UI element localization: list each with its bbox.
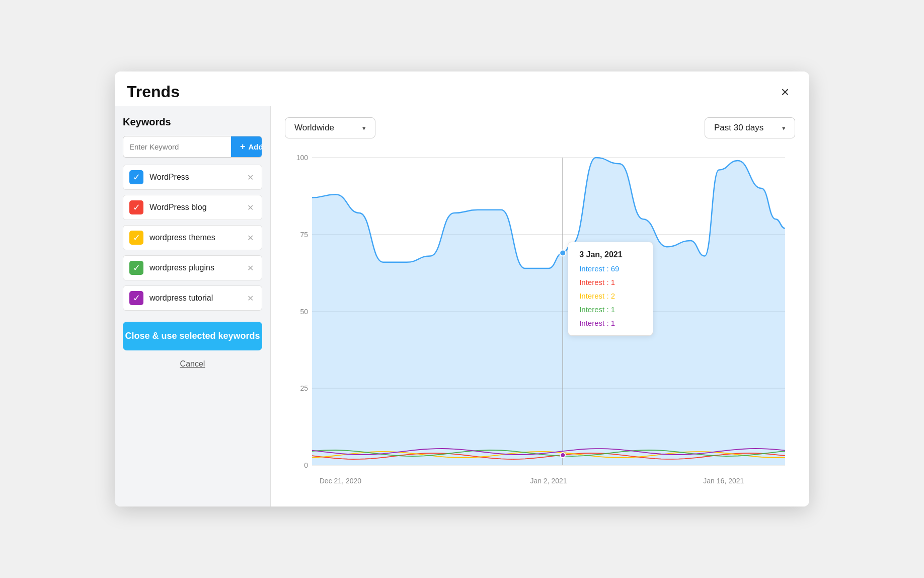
location-dropdown-arrow: ▾: [362, 124, 366, 132]
plus-icon: +: [240, 141, 246, 152]
svg-text:Jan 16, 2021: Jan 16, 2021: [703, 477, 744, 485]
sidebar: Keywords + Add ✓ WordPress ✕ ✓ WordPress…: [115, 106, 271, 507]
keyword-label: WordPress: [149, 173, 189, 182]
time-value: Past 30 days: [714, 123, 763, 133]
keyword-checkbox[interactable]: ✓: [129, 231, 143, 245]
time-dropdown[interactable]: Past 30 days ▾: [705, 117, 795, 138]
keyword-remove-button[interactable]: ✕: [245, 172, 256, 183]
svg-point-11: [560, 250, 566, 256]
modal-header: Trends ×: [115, 71, 809, 106]
keyword-item: ✓ wordpress themes ✕: [123, 225, 262, 250]
keyword-item: ✓ WordPress ✕: [123, 165, 262, 190]
keyword-left: ✓ wordpress themes: [129, 231, 215, 245]
keyword-remove-button[interactable]: ✕: [245, 232, 256, 244]
location-dropdown[interactable]: Worldwide ▾: [285, 117, 375, 138]
modal-body: Keywords + Add ✓ WordPress ✕ ✓ WordPress…: [115, 106, 809, 507]
chart-area: Worldwide ▾ Past 30 days ▾ 1007550250Dec…: [271, 106, 809, 507]
keyword-list: ✓ WordPress ✕ ✓ WordPress blog ✕ ✓ wordp…: [123, 165, 262, 311]
svg-text:75: 75: [300, 231, 308, 239]
keyword-item: ✓ wordpress plugins ✕: [123, 255, 262, 280]
keyword-item: ✓ wordpress tutorial ✕: [123, 285, 262, 311]
keyword-checkbox[interactable]: ✓: [129, 291, 143, 305]
modal-title: Trends: [127, 83, 180, 101]
keyword-left: ✓ WordPress: [129, 170, 189, 184]
trend-chart-svg: 1007550250Dec 21, 2020Jan 2, 2021Jan 16,…: [285, 147, 795, 496]
keyword-input[interactable]: [123, 136, 231, 157]
keyword-remove-button[interactable]: ✕: [245, 262, 256, 274]
keyword-label: WordPress blog: [149, 203, 207, 212]
time-dropdown-arrow: ▾: [782, 124, 786, 132]
chart-wrapper: 1007550250Dec 21, 2020Jan 2, 2021Jan 16,…: [285, 147, 795, 496]
keyword-checkbox[interactable]: ✓: [129, 200, 143, 214]
svg-point-12: [560, 453, 565, 458]
keyword-left: ✓ wordpress tutorial: [129, 291, 213, 305]
keyword-item: ✓ WordPress blog ✕: [123, 195, 262, 220]
svg-text:100: 100: [296, 154, 309, 162]
add-button-label: Add: [249, 142, 262, 151]
add-keyword-button[interactable]: + Add: [231, 136, 262, 157]
svg-text:50: 50: [300, 308, 308, 316]
close-button[interactable]: ×: [777, 83, 793, 101]
svg-text:0: 0: [304, 461, 308, 469]
close-use-button[interactable]: Close & use selected keywords: [123, 322, 262, 350]
keywords-label: Keywords: [123, 116, 262, 128]
trends-modal: Trends × Keywords + Add ✓ WordPress ✕ ✓ …: [115, 71, 809, 507]
keyword-left: ✓ WordPress blog: [129, 200, 207, 214]
svg-text:Dec 21, 2020: Dec 21, 2020: [320, 477, 361, 485]
keyword-left: ✓ wordpress plugins: [129, 261, 214, 275]
keyword-label: wordpress tutorial: [149, 294, 213, 303]
location-value: Worldwide: [294, 123, 334, 133]
keyword-remove-button[interactable]: ✕: [245, 202, 256, 213]
keyword-label: wordpress themes: [149, 233, 215, 242]
cancel-link[interactable]: Cancel: [123, 359, 262, 369]
keyword-label: wordpress plugins: [149, 263, 214, 272]
keyword-checkbox[interactable]: ✓: [129, 170, 143, 184]
svg-text:25: 25: [300, 384, 308, 392]
keyword-input-row: + Add: [123, 136, 262, 158]
svg-text:Jan 2, 2021: Jan 2, 2021: [530, 477, 567, 485]
keyword-remove-button[interactable]: ✕: [245, 293, 256, 304]
keyword-checkbox[interactable]: ✓: [129, 261, 143, 275]
chart-controls: Worldwide ▾ Past 30 days ▾: [285, 117, 795, 138]
